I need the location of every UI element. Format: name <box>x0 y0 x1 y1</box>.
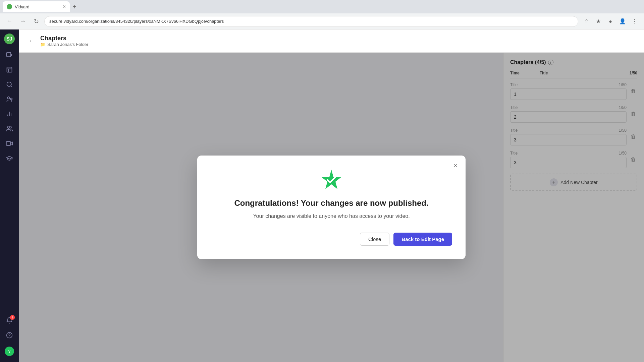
browser-tab[interactable]: Vidyard × <box>3 1 70 12</box>
profile-icon[interactable]: 👤 <box>617 16 628 27</box>
svg-rect-2 <box>7 67 12 72</box>
browser-toolbar: ← → ↻ secure.vidyard.com/organizations/3… <box>0 13 644 29</box>
sidebar-item-team[interactable] <box>3 93 16 106</box>
sidebar-item-contacts[interactable] <box>3 122 16 135</box>
browser-actions: ⇧ ★ ● 👤 ⋮ <box>581 16 640 27</box>
svg-point-12 <box>7 126 10 129</box>
page-header: ← Chapters 📁 Sarah Jonas's Folder <box>19 29 644 53</box>
tab-close-icon[interactable]: × <box>63 4 66 10</box>
svg-point-5 <box>7 82 11 86</box>
success-icon <box>321 169 342 190</box>
forward-nav-button[interactable]: → <box>17 16 28 27</box>
sidebar: SJ <box>0 29 19 362</box>
more-icon[interactable]: ⋮ <box>629 16 640 27</box>
svg-line-6 <box>11 86 12 87</box>
share-icon[interactable]: ⇧ <box>581 16 592 27</box>
close-button[interactable]: Close <box>360 233 389 246</box>
back-button[interactable]: ← <box>27 36 36 46</box>
page-title: Chapters <box>40 35 88 42</box>
sidebar-item-help[interactable] <box>3 328 16 342</box>
sidebar-item-analytics[interactable] <box>3 107 16 121</box>
svg-marker-17 <box>321 170 341 189</box>
folder-label: Sarah Jonas's Folder <box>47 42 88 47</box>
main-area: ← Chapters 📁 Sarah Jonas's Folder Chapte… <box>19 29 644 362</box>
browser-window: Vidyard × + ← → ↻ secure.vidyard.com/org… <box>0 0 644 362</box>
svg-point-7 <box>7 97 10 99</box>
sidebar-item-watch[interactable] <box>3 137 16 150</box>
svg-marker-13 <box>10 142 12 145</box>
refresh-button[interactable]: ↻ <box>31 16 42 27</box>
tab-favicon <box>7 4 12 9</box>
svg-rect-14 <box>6 141 10 145</box>
page-subtitle: 📁 Sarah Jonas's Folder <box>40 42 88 47</box>
extension-icon[interactable]: ● <box>605 16 616 27</box>
modal-title: Congratulations! Your changes are now pu… <box>211 198 452 208</box>
new-tab-button[interactable]: + <box>70 2 79 11</box>
svg-marker-1 <box>11 54 12 56</box>
folder-icon: 📁 <box>40 42 45 47</box>
modal-description: Your changes are visible to anyone who h… <box>211 213 452 219</box>
sidebar-item-search[interactable] <box>3 78 16 91</box>
avatar[interactable]: SJ <box>4 34 15 44</box>
sidebar-item-notifications[interactable]: 1 <box>3 314 16 327</box>
sidebar-item-video[interactable] <box>3 48 16 62</box>
modal-close-button[interactable]: × <box>451 161 460 170</box>
browser-titlebar: Vidyard × + <box>0 0 644 13</box>
address-bar[interactable]: secure.vidyard.com/organizations/3454320… <box>44 16 578 27</box>
success-modal: × Congratulations! Your changes are now … <box>197 156 466 259</box>
app-content: SJ <box>0 29 644 362</box>
page-title-area: Chapters 📁 Sarah Jonas's Folder <box>40 35 88 47</box>
sidebar-item-chapters[interactable] <box>3 63 16 76</box>
sidebar-vidyard-icon[interactable]: V <box>3 345 16 358</box>
tab-title: Vidyard <box>15 4 60 9</box>
content-area: Chapters (4/5) i Time Title 1/50 Titl <box>19 53 644 362</box>
modal-overlay: × Congratulations! Your changes are now … <box>19 53 644 362</box>
notification-badge: 1 <box>10 315 15 320</box>
modal-actions: Close Back to Edit Page <box>211 233 452 246</box>
back-to-edit-button[interactable]: Back to Edit Page <box>393 233 452 246</box>
svg-rect-0 <box>7 53 11 57</box>
back-nav-button[interactable]: ← <box>4 16 15 27</box>
bookmark-icon[interactable]: ★ <box>593 16 604 27</box>
sidebar-item-learn[interactable] <box>3 152 16 165</box>
